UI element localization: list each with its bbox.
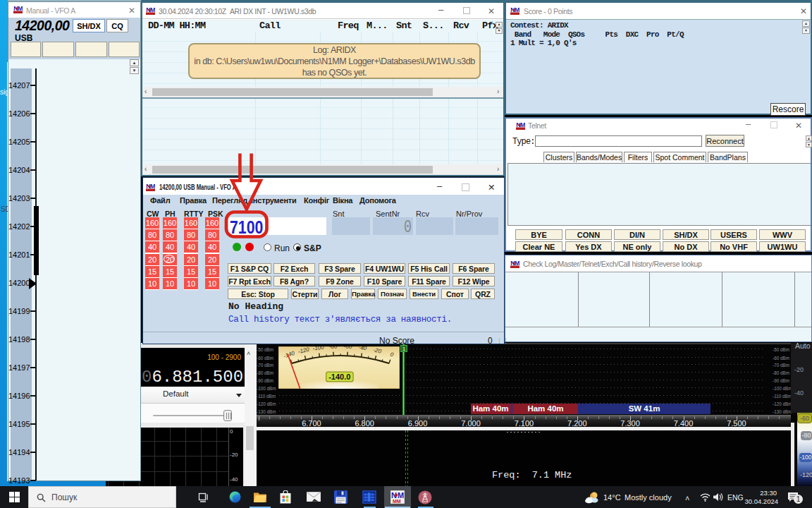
svg-text:-60: -60: [343, 346, 352, 350]
svg-text:-80: -80: [329, 346, 338, 350]
svg-text:MM: MM: [393, 499, 401, 504]
svg-text:-140.0: -140.0: [328, 373, 350, 381]
